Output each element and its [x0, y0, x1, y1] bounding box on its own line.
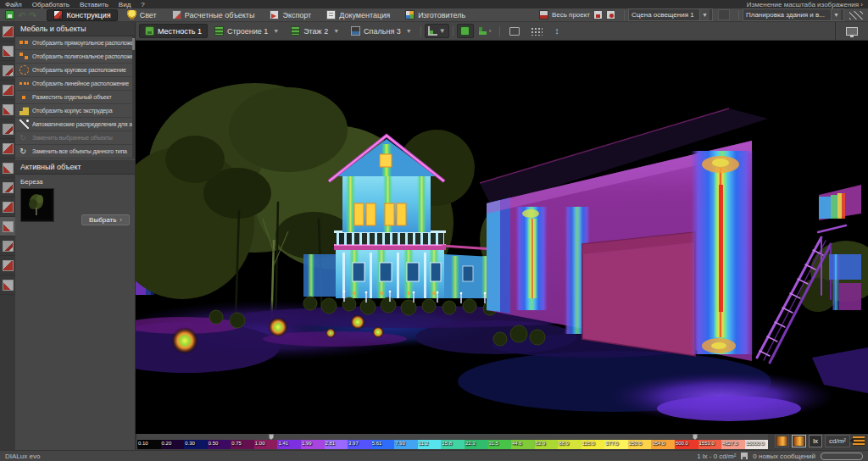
floor-view-button[interactable]: › [474, 24, 496, 38]
project-import-icon[interactable] [593, 10, 603, 19]
false-color-segment[interactable]: 1.41 [277, 440, 301, 449]
tool-button[interactable] [0, 100, 15, 119]
arrangement-action[interactable]: Отобразить линейное расположение [15, 77, 135, 91]
tool-button[interactable] [0, 61, 15, 81]
false-color-segment[interactable]: 62.9 [535, 440, 559, 449]
unit-toggle-button[interactable]: cd/m² [825, 435, 850, 447]
zoom-change-hint[interactable]: Изменение масштаба изображения › [747, 1, 868, 8]
zoom-fit-button[interactable] [504, 24, 526, 38]
view-mode-dropdown[interactable]: Планировка здания и в... ▼ [743, 8, 844, 21]
grid-toggle-button[interactable] [526, 24, 548, 38]
false-color-segment[interactable]: 0.30 [184, 440, 208, 449]
height-reference-button[interactable] [548, 24, 570, 38]
undo-icon[interactable]: ↶ [18, 11, 25, 19]
panel-scrollbar[interactable] [132, 36, 135, 158]
chevron-down-icon[interactable]: ▼ [273, 28, 279, 34]
arrangement-action[interactable]: Отобразить корпус экструдера [15, 104, 135, 118]
tool-button[interactable] [0, 236, 15, 256]
false-color-segment[interactable]: 7.93 [394, 440, 418, 449]
save-icon[interactable] [5, 10, 14, 19]
tool-button[interactable] [0, 178, 15, 197]
tool-button[interactable] [0, 139, 15, 158]
tool-button[interactable] [0, 42, 15, 61]
whole-project-icon[interactable] [539, 10, 548, 19]
false-color-segment[interactable]: 500.0 [675, 440, 698, 449]
tool-button[interactable] [0, 256, 15, 275]
false-color-segment[interactable]: 0.75 [231, 440, 254, 449]
false-color-segment[interactable]: 1.99 [301, 440, 325, 449]
chevron-down-icon[interactable]: ▼ [333, 28, 339, 34]
false-color-segment[interactable]: 3.97 [348, 440, 371, 449]
display-quality-icon[interactable] [849, 11, 863, 19]
hierarchy-level-button[interactable]: Этаж 2 ▼ [286, 24, 344, 38]
arrangement-action[interactable]: Заменить все объекты данного типа [15, 145, 135, 158]
false-color-segment[interactable]: 0.10 [137, 440, 161, 449]
mode-tab[interactable]: Документация [320, 9, 396, 21]
monitor-icon[interactable] [846, 27, 858, 36]
chevron-down-icon[interactable]: ▼ [439, 27, 446, 35]
false-color-segment[interactable]: 1.00 [254, 440, 278, 449]
false-color-segment[interactable]: 31.5 [487, 440, 511, 449]
arrangement-action[interactable]: Отобразить прямоугольное расположение [15, 36, 135, 50]
project-delete-icon[interactable] [606, 10, 615, 19]
arrangement-action[interactable]: Отобразить полигональное расположение [15, 50, 135, 64]
light-scene-dropdown[interactable]: Сцена освещения 1 ▼ [628, 8, 713, 21]
viewport-3d[interactable] [136, 41, 868, 434]
tool-button[interactable] [0, 275, 15, 295]
mode-tab[interactable]: Изготовитель [399, 9, 471, 21]
select-object-button[interactable]: Выбрать [81, 214, 130, 225]
unit-toggle-button[interactable]: lx [809, 435, 822, 447]
menu-item[interactable]: Обработать [27, 1, 75, 8]
tool-button[interactable] [0, 81, 15, 100]
false-color-segment[interactable]: 5.61 [371, 440, 395, 449]
chevron-right-icon[interactable]: › [489, 27, 492, 35]
placement-mode-button[interactable]: ▼ [425, 24, 449, 38]
active-object-thumbnail[interactable] [20, 188, 54, 222]
false-color-segment[interactable]: 11.2 [418, 440, 442, 449]
false-color-segment[interactable]: 44.6 [511, 440, 535, 449]
tool-button[interactable] [0, 158, 15, 178]
menu-item[interactable]: Файл [0, 1, 27, 8]
mode-tab[interactable]: Расчетные объекты [166, 9, 261, 21]
false-color-segment[interactable]: 15.8 [441, 440, 465, 449]
false-color-segment[interactable]: 2.81 [325, 440, 348, 449]
whole-project-label[interactable]: Весь проект [552, 11, 590, 19]
false-color-range-slider[interactable] [137, 434, 768, 440]
false-color-display-active-button[interactable] [792, 435, 806, 447]
arrangement-action[interactable]: Автоматические распределения для зон [15, 118, 135, 131]
min-range-handle[interactable] [269, 434, 274, 440]
chevron-down-icon[interactable]: ▼ [699, 9, 709, 20]
false-color-segment[interactable]: 177.0 [604, 440, 628, 449]
mode-tab[interactable]: Экспорт [264, 9, 317, 21]
false-color-segment[interactable]: 1553.0 [698, 440, 722, 449]
menu-item[interactable]: Вставить [75, 1, 114, 8]
mode-tab[interactable]: Конструкция [47, 9, 117, 21]
hierarchy-level-button[interactable]: Местность 1 ▼ [139, 24, 208, 38]
menu-item[interactable]: Вид [114, 1, 136, 8]
false-color-segment[interactable]: 0.20 [161, 440, 185, 449]
scene-settings-button[interactable] [718, 9, 730, 20]
arrangement-action[interactable]: Разместить отдельный объект [15, 91, 135, 104]
hierarchy-level-button[interactable]: Спальня 3 ▼ [346, 24, 417, 38]
false-color-display-button[interactable] [775, 435, 789, 447]
night-scene-false-color-render[interactable] [136, 41, 868, 434]
arrangement-action[interactable]: Заменить выбранные объекты [15, 131, 135, 145]
tool-button[interactable] [0, 119, 15, 139]
false-color-segment[interactable]: 22.3 [465, 440, 488, 449]
hierarchy-level-button[interactable]: Строение 1 ▼ [209, 24, 284, 38]
false-color-segment[interactable]: 88.9 [558, 440, 581, 449]
chevron-down-icon[interactable]: ▼ [831, 9, 841, 20]
false-color-segment[interactable]: 354.0 [651, 440, 675, 449]
max-range-handle[interactable] [693, 434, 698, 440]
chevron-down-icon[interactable]: ▼ [406, 28, 412, 34]
tool-button[interactable] [0, 217, 15, 236]
messages-count[interactable]: 0 новых сообщений [753, 453, 815, 460]
mode-tab[interactable]: Свет [121, 9, 163, 21]
false-color-segment[interactable]: 0.50 [208, 440, 231, 449]
scale-settings-icon[interactable] [853, 436, 865, 446]
tool-button[interactable] [0, 22, 15, 42]
arrangement-action[interactable]: Отобразить круговое расположение [15, 64, 135, 77]
menu-item[interactable]: ? [136, 1, 149, 8]
solid-view-button[interactable] [457, 24, 474, 38]
false-color-segment[interactable]: 4827.0 [721, 440, 745, 449]
